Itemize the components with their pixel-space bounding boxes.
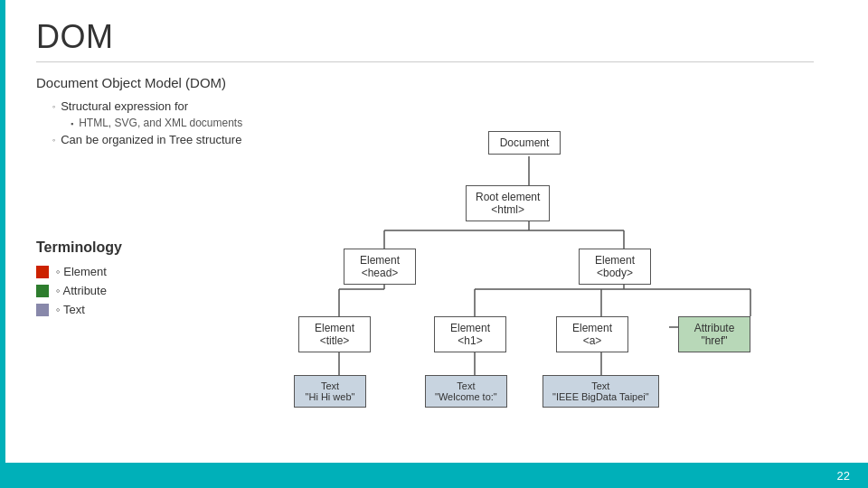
tree-node-href: Attribute"href" [678, 316, 750, 352]
slide-title: DOM [36, 18, 850, 56]
tree-svg [289, 131, 823, 456]
tree-node-body: Element<body> [579, 249, 651, 285]
bullet-1: ◦ Structural expression for [52, 99, 850, 113]
bullet-dot-1: ◦ [52, 102, 55, 111]
tree-diagram: Document Root element<html> Element<head… [289, 131, 823, 456]
sub-bullet-1: ▪ HTML, SVG, and XML documents [71, 117, 850, 129]
subtitle: Document Object Model (DOM) [36, 75, 850, 90]
left-accent-bar [0, 0, 5, 463]
page-number: 22 [837, 469, 850, 483]
tree-node-text-ieee: Text"IEEE BigData Taipei" [542, 375, 659, 408]
text-color-box [36, 304, 49, 316]
term-text: ◦ Text [36, 303, 122, 316]
title-divider [36, 61, 814, 62]
term-attribute-label: ◦ Attribute [56, 284, 107, 297]
tree-node-title: Element<title> [298, 316, 371, 352]
bottom-bar: 22 [0, 463, 868, 488]
attribute-color-box [36, 285, 49, 297]
terminology-section: Terminology ◦ Element ◦ Attribute ◦ Text [36, 239, 122, 322]
term-attribute: ◦ Attribute [36, 284, 122, 297]
bullet-dot-2: ◦ [52, 136, 55, 145]
tree-node-text-welcome: Text"Welcome to:" [425, 375, 507, 408]
bullet-1-text: Structural expression for [61, 99, 188, 113]
tree-node-root: Root element<html> [466, 185, 550, 221]
term-element: ◦ Element [36, 265, 122, 278]
terminology-title: Terminology [36, 239, 122, 256]
element-color-box [36, 266, 49, 278]
sub-bullet-dot-1: ▪ [71, 119, 73, 128]
bullet-2-text: Can be organized in Tree structure [61, 133, 241, 146]
tree-node-document: Document [488, 131, 561, 155]
tree-node-a: Element<a> [556, 316, 628, 352]
tree-node-head: Element<head> [344, 249, 416, 285]
tree-node-text-hi: Text"Hi Hi web" [294, 375, 366, 408]
tree-node-h1: Element<h1> [434, 316, 506, 352]
term-text-label: ◦ Text [56, 303, 85, 316]
term-element-label: ◦ Element [56, 265, 107, 278]
sub-bullet-1-text: HTML, SVG, and XML documents [79, 117, 242, 129]
